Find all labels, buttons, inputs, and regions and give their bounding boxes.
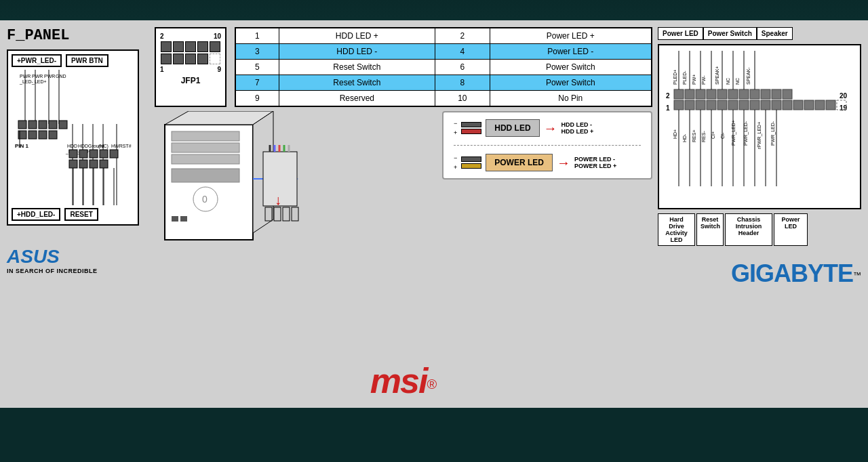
- svg-rect-66: [265, 207, 272, 221]
- jfp1-pin: [161, 54, 172, 64]
- jfp1-pin: [210, 41, 220, 52]
- jfp1-pin: [161, 41, 172, 52]
- pin-7: 7: [235, 75, 279, 91]
- label-reset-switch-7: Reset Switch: [279, 75, 435, 91]
- svg-rect-67: [274, 207, 281, 221]
- svg-rect-94: [783, 89, 792, 99]
- svg-rect-103: [761, 100, 770, 110]
- table-row-1: 1 HDD LED + 2 Power LED +: [235, 28, 652, 44]
- jfp1-pin: [185, 54, 196, 64]
- svg-text:PWR_LED-: PWR_LED-: [770, 121, 776, 146]
- gb-header-power-switch: Power Switch: [703, 27, 757, 40]
- gb-label-power-led: Power LED: [774, 213, 808, 246]
- power-connectors: [461, 156, 481, 169]
- svg-rect-96: [685, 100, 694, 110]
- power-led-minus-label: POWER LED -: [574, 156, 616, 163]
- svg-rect-37: [110, 150, 118, 158]
- pin-9: 9: [235, 91, 279, 107]
- asus-logo-text: ASUS: [7, 246, 149, 268]
- table-row-4-highlighted: 7 Reset Switch 8 Power Switch: [235, 75, 652, 91]
- svg-rect-36: [100, 150, 108, 158]
- svg-text:NC: NC: [735, 78, 740, 85]
- svg-text:rPWR_LED+: rPWR_LED+: [757, 122, 762, 149]
- svg-rect-93: [772, 89, 781, 99]
- left-panel: F_PANEL +PWR_LED- PWR BTN: [7, 27, 149, 401]
- label-power-switch-8: Power Switch: [490, 75, 652, 91]
- svg-text:HDD: HDD: [67, 144, 77, 148]
- label-no-pin: No Pin: [490, 91, 652, 107]
- col-bottom-right: 9: [217, 66, 221, 73]
- hdd-led-row: − + HDD LED → HDD LED - HDD LED +: [454, 119, 641, 146]
- pin-6: 6: [435, 60, 490, 75]
- label-reserved: Reserved: [279, 91, 435, 107]
- power-connector-2: [461, 163, 481, 169]
- asus-logo-area: ASUS IN SEARCH OF INCREDIBLE: [7, 246, 149, 274]
- svg-text:PLED-: PLED-: [682, 70, 687, 85]
- svg-rect-23: [49, 131, 57, 139]
- jfp1-section: 2 10 1 9: [155, 27, 652, 107]
- power-polarity: − +: [454, 154, 457, 171]
- svg-rect-21: [28, 131, 37, 139]
- gb-section-labels: Hard Drive Activity LED Reset Switch Cha…: [658, 213, 861, 246]
- svg-rect-98: [707, 100, 716, 110]
- jfp1-pin-empty: [210, 54, 220, 64]
- svg-rect-92: [761, 89, 770, 99]
- svg-text:_LED+: _LED+: [31, 79, 47, 85]
- gigabyte-logo-text: GIGABYTE: [731, 259, 853, 287]
- gigabyte-trademark: ™: [853, 270, 861, 280]
- gb-wiring-svg: PLED+ PLED- PW+ PW- SPEAK+ NC NC SPEAK- …: [665, 51, 854, 200]
- label-reset-switch-5: Reset Switch: [279, 60, 435, 75]
- jfp1-pin: [173, 54, 184, 64]
- hdd-arrow: →: [544, 121, 557, 136]
- svg-text:(NC): (NC): [98, 144, 108, 149]
- svg-rect-50: [172, 131, 239, 141]
- svg-rect-109: [826, 100, 835, 110]
- svg-text:HD-: HD-: [682, 133, 687, 142]
- gb-header: Power LED Power Switch Speaker: [658, 27, 861, 40]
- svg-rect-69: [292, 207, 298, 221]
- svg-text:20: 20: [840, 92, 848, 100]
- svg-rect-99: [717, 100, 727, 110]
- svg-text:2: 2: [666, 92, 670, 100]
- svg-text:PWR: PWR: [20, 74, 31, 79]
- power-minus: −: [454, 154, 457, 161]
- power-right-labels: POWER LED - POWER LED +: [574, 156, 616, 169]
- hdd-led-button: +HDD_LED-: [12, 208, 60, 221]
- gigabyte-logo-area: GIGABYTE™: [658, 259, 861, 288]
- svg-rect-95: [674, 100, 684, 110]
- svg-rect-86: [696, 89, 705, 99]
- power-plus: +: [454, 164, 457, 171]
- msi-logo-text: msi: [370, 361, 427, 400]
- svg-text:PW+: PW+: [692, 75, 696, 85]
- jfp1-table: 1 HDD LED + 2 Power LED + 3 HDD LED - 4 …: [235, 27, 652, 107]
- svg-rect-88: [717, 89, 727, 99]
- jfp1-label: JFP1: [181, 76, 201, 85]
- svg-rect-19: [59, 121, 67, 129]
- svg-text:1: 1: [666, 104, 670, 112]
- gb-label-chassis-intrusion: Chassis Intrusion Header: [725, 213, 772, 246]
- svg-text:HDD: HDD: [78, 144, 88, 148]
- svg-rect-97: [696, 100, 705, 110]
- pin-5: 5: [235, 60, 279, 75]
- fpanel-diagram: +PWR_LED- PWR BTN: [7, 49, 139, 226]
- reset-button: RESET: [64, 208, 98, 221]
- connectors-plug-svg: JFP1 ↓: [260, 145, 314, 226]
- jfp1-pin: [173, 41, 184, 52]
- pwr-btn-button: PWR BTN: [66, 54, 108, 67]
- svg-rect-107: [804, 100, 814, 110]
- svg-rect-35: [90, 150, 98, 158]
- svg-rect-68: [283, 207, 290, 221]
- gb-header-power-led: Power LED: [658, 27, 703, 40]
- gb-label-reset-switch: Reset Switch: [696, 213, 724, 246]
- svg-rect-52: [172, 154, 239, 164]
- svg-rect-33: [69, 150, 77, 158]
- jfp1-connector-visual: 2 10 1 9: [155, 27, 226, 107]
- svg-text:PWR_LED+: PWR_LED+: [731, 120, 736, 146]
- pc-tower-area: 0: [155, 111, 304, 260]
- pin-1: 1: [235, 28, 279, 44]
- hdd-connector-1: [461, 122, 481, 127]
- svg-text:RES+: RES+: [692, 130, 696, 142]
- hdd-connectors: [461, 122, 481, 134]
- label-power-switch-6: Power Switch: [490, 60, 652, 75]
- led-connector-diagram: − + HDD LED → HDD LED - HDD LED +: [442, 111, 652, 180]
